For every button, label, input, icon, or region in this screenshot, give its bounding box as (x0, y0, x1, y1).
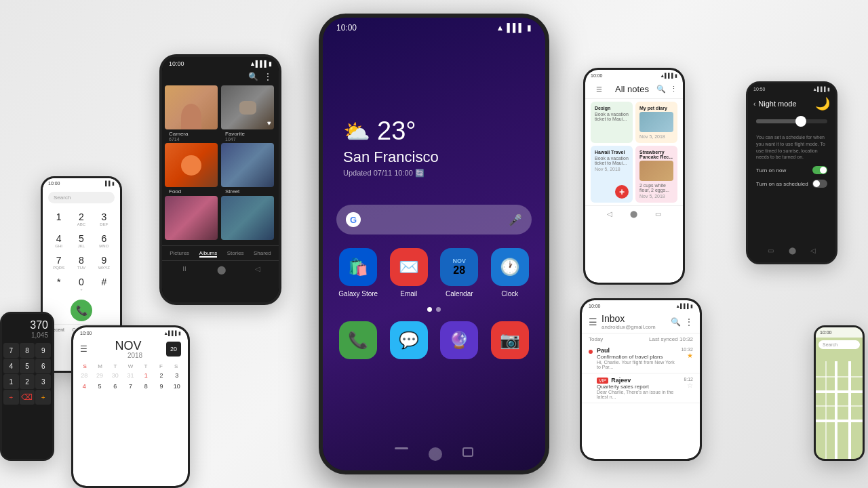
chat-app[interactable]: 💬 (387, 321, 431, 359)
cal-3[interactable]: 3 (170, 371, 184, 380)
app-grid-row1: 🛍️ Galaxy Store ✉️ Email NOV 28 Calendar… (323, 235, 545, 298)
album-street[interactable]: Street (221, 143, 276, 195)
notes-search-icon[interactable]: 🔍 (656, 85, 666, 94)
night-toggle-scheduled[interactable] (812, 180, 827, 188)
calc-del[interactable]: ⌫ (20, 390, 35, 405)
tab-albums[interactable]: Albums (199, 250, 218, 258)
tab-pictures[interactable]: Pictures (170, 250, 189, 258)
gallery-more-icon[interactable]: ⋮ (264, 72, 272, 81)
email-app[interactable]: ✉️ Email (387, 248, 431, 298)
google-search-bar[interactable]: G 🎤 (336, 205, 532, 235)
album-thumb-2: ♥ (221, 85, 274, 129)
email-search-icon[interactable]: 🔍 (671, 317, 681, 327)
dial-star[interactable]: * (48, 274, 69, 294)
dial-0[interactable]: 0+ (71, 274, 92, 294)
cal-9[interactable]: 9 (155, 382, 169, 391)
note-design[interactable]: Design Book a vacation ticket to Maui... (591, 102, 633, 143)
calc-div[interactable]: ÷ (3, 390, 19, 405)
cal-header: ☰ NOV 2018 20 (73, 338, 188, 361)
email-more-icon[interactable]: ⋮ (685, 317, 693, 327)
email-menu-icon[interactable]: ☰ (589, 317, 597, 327)
calc-6[interactable]: 6 (35, 359, 51, 373)
calc-2[interactable]: 2 (20, 374, 35, 389)
clock-app[interactable]: 🕐 Clock (488, 248, 532, 298)
add-note-button[interactable]: + (615, 185, 629, 199)
map-search-bar[interactable]: Search (818, 340, 860, 349)
email-preview-paul: Hi, Charlie. Your flight from New York t… (597, 360, 677, 369)
dial-4[interactable]: 4GHI (48, 230, 69, 251)
dial-3[interactable]: 3DEF (94, 209, 115, 229)
email-action-icons: 🔍 ⋮ (671, 317, 693, 327)
cal-4[interactable]: 4 (77, 382, 92, 391)
nav-back[interactable] (395, 447, 408, 449)
album-favorite[interactable]: ♥ Favorite 1047 (221, 85, 276, 142)
phoneapp-search[interactable]: Search (48, 192, 115, 203)
calc-4[interactable]: 4 (3, 359, 19, 373)
calc-5[interactable]: 5 (20, 359, 35, 373)
dial-2[interactable]: 2ABC (71, 209, 92, 229)
map-time: 10:00 (820, 330, 832, 335)
cal-today-badge[interactable]: 20 (166, 342, 181, 357)
calc-plus[interactable]: + (35, 390, 51, 405)
cal-28[interactable]: 28 (77, 371, 92, 380)
calc-8[interactable]: 8 (20, 343, 35, 358)
battery-icon: ▮ (527, 23, 532, 33)
cal-6[interactable]: 6 (108, 382, 122, 391)
album-thumb-4 (221, 143, 274, 187)
camera-app[interactable]: 📷 (488, 321, 532, 359)
cal-8[interactable]: 8 (139, 382, 153, 391)
night-brightness-slider[interactable] (748, 114, 835, 131)
note-pet-diary[interactable]: My pet diary Nov 5, 2018 (635, 102, 677, 143)
notes-more-icon[interactable]: ⋮ (670, 85, 677, 94)
cal-29[interactable]: 29 (93, 371, 107, 380)
calc-1[interactable]: 1 (3, 374, 19, 389)
dial-5[interactable]: 5JKL (71, 230, 92, 251)
dial-hash[interactable]: # (94, 274, 115, 294)
calendar-app[interactable]: NOV 28 Calendar (437, 248, 481, 298)
album-camera[interactable]: Camera 6714 (165, 85, 220, 142)
night-back-icon[interactable]: ‹ (753, 100, 755, 108)
cal-7[interactable]: 7 (123, 382, 138, 391)
dial-1[interactable]: 1 (48, 209, 69, 229)
map-road-minor3 (825, 361, 827, 459)
galaxy-store-app[interactable]: 🛍️ Galaxy Store (336, 248, 380, 298)
notes-menu-icon[interactable]: ☰ (596, 85, 602, 93)
calc-9[interactable]: 9 (35, 343, 51, 358)
dial-6[interactable]: 6MNO (94, 230, 115, 251)
cal-10[interactable]: 10 (170, 382, 184, 391)
nav-home[interactable] (429, 447, 442, 461)
call-button[interactable]: 📞 (71, 300, 92, 321)
calc-3[interactable]: 3 (35, 374, 51, 389)
email-time: 10:00 (589, 304, 601, 309)
calculator-phone: 370 1,045 7 8 9 4 5 6 1 2 3 ÷ ⌫ + (0, 312, 54, 461)
email-row-rajeev[interactable]: VIP Rajeev Quarterly sales report Dear C… (582, 373, 700, 403)
bixby-app[interactable]: 🔮 (437, 321, 481, 359)
cal-30[interactable]: 30 (108, 371, 122, 380)
calc-7[interactable]: 7 (3, 343, 19, 358)
email-row-paul[interactable]: Paul Confirmation of travel plans Hi, Ch… (582, 344, 700, 373)
album-6[interactable] (221, 196, 276, 240)
weather-updated: Updated 07/11 10:00 🔄 (343, 169, 525, 178)
cal-5[interactable]: 5 (93, 382, 107, 391)
cal-31[interactable]: 31 (123, 371, 138, 380)
night-toggle-on[interactable] (812, 166, 827, 174)
tab-shared[interactable]: Shared (254, 250, 271, 258)
gallery-search-icon[interactable]: 🔍 (248, 72, 258, 81)
dial-9[interactable]: 9WXYZ (94, 252, 115, 272)
cal-menu-icon[interactable]: ☰ (80, 344, 87, 354)
dial-7[interactable]: 7PQRS (48, 252, 69, 272)
email-star-rajeev[interactable]: ☆ (684, 382, 693, 389)
phone-app-icon[interactable]: 📞 (336, 321, 380, 359)
dial-8[interactable]: 8TUV (71, 252, 92, 272)
note-hawaii[interactable]: Hawaii Travel Book a vacation ticket to … (591, 146, 633, 203)
weather-icon: ⛅ (343, 119, 370, 144)
cal-2[interactable]: 2 (155, 371, 169, 380)
cal-1[interactable]: 1 (139, 371, 153, 380)
album-food[interactable]: Food (165, 143, 220, 195)
tab-stories[interactable]: Stories (227, 250, 244, 258)
album-5[interactable] (165, 196, 220, 240)
nav-recents[interactable] (462, 447, 473, 457)
note-pancake[interactable]: Strawberry Pancake Rec... 2 cups white f… (635, 146, 677, 203)
album-label-favorite: Favorite (221, 129, 276, 137)
email-star-paul[interactable]: ★ (681, 352, 693, 359)
